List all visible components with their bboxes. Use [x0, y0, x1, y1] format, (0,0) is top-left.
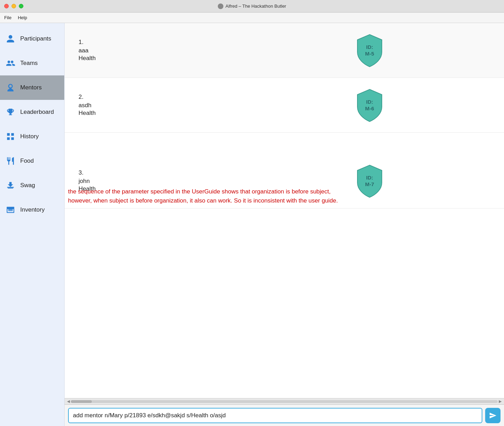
sidebar: Participants Teams Mentors [0, 23, 65, 426]
table-row: 2. asdh Health ID: M-6 [65, 78, 504, 133]
shield-text-2: ID: M-6 [365, 98, 374, 112]
mentor-specialty-1: Health [79, 55, 354, 62]
minimize-button[interactable] [12, 4, 16, 8]
command-bar [65, 404, 504, 426]
scrollbar-track [71, 400, 498, 403]
swag-icon [6, 181, 15, 190]
shield-id-label-1: ID: [366, 44, 373, 50]
sidebar-label-swag: Swag [20, 182, 35, 189]
sidebar-item-leaderboard[interactable]: Leaderboard [0, 100, 64, 124]
sidebar-item-mentors[interactable]: Mentors [0, 75, 64, 100]
sidebar-label-teams: Teams [20, 60, 38, 67]
mentor-name-1: aaa [79, 47, 354, 54]
command-input[interactable] [68, 408, 482, 423]
person-icon [6, 34, 15, 44]
shield-badge-3: ID: M-7 [354, 163, 385, 198]
sidebar-label-food: Food [20, 157, 34, 164]
mentor-info-3: 3. john Health [79, 169, 354, 192]
window-controls [4, 4, 23, 8]
table-row: 1. aaa Health ID: M-5 [65, 23, 504, 78]
sidebar-item-teams[interactable]: Teams [0, 51, 64, 75]
mentor-info-1: 1. aaa Health [79, 39, 354, 62]
scrollbar-area: ◀ ▶ [65, 398, 504, 404]
mentor-list: 1. aaa Health ID: M-5 2. [65, 23, 504, 398]
food-icon [6, 156, 15, 166]
shield-badge-1: ID: M-5 [354, 33, 385, 68]
table-row: 3. john Health ID: M-7 [65, 154, 504, 208]
maximize-button[interactable] [19, 4, 23, 8]
mentor-specialty-2: Health [79, 110, 354, 117]
app-body: Participants Teams Mentors [0, 23, 504, 426]
window-title: Alfred – The Hackathon Butler [218, 3, 286, 9]
mentor-icon [6, 83, 15, 93]
shield-id-value-1: M-5 [365, 51, 374, 57]
sidebar-label-leaderboard: Leaderboard [20, 109, 54, 116]
sidebar-label-participants: Participants [20, 35, 51, 42]
sidebar-label-mentors: Mentors [20, 84, 42, 91]
mentor-info-2: 2. asdh Health [79, 94, 354, 117]
shield-text-3: ID: M-7 [365, 174, 374, 188]
sidebar-item-food[interactable]: Food [0, 149, 64, 173]
menu-bar: File Help [0, 13, 504, 23]
sidebar-item-history[interactable]: History [0, 124, 64, 149]
send-icon [489, 412, 497, 419]
sidebar-label-inventory: Inventory [20, 206, 45, 213]
scrollbar-thumb[interactable] [71, 400, 92, 403]
menu-file[interactable]: File [4, 15, 12, 20]
close-button[interactable] [4, 4, 9, 8]
sidebar-item-inventory[interactable]: Inventory [0, 198, 64, 222]
shield-text-1: ID: M-5 [365, 44, 374, 57]
main-content: 1. aaa Health ID: M-5 2. [65, 23, 504, 426]
send-button[interactable] [485, 408, 501, 423]
shield-id-value-3: M-7 [365, 181, 374, 187]
mentor-name-3: john [79, 178, 354, 185]
shield-id-value-2: M-6 [365, 105, 374, 111]
shield-id-label-2: ID: [366, 99, 373, 105]
group-icon [6, 58, 15, 68]
inventory-icon [6, 205, 15, 215]
sidebar-item-swag[interactable]: Swag [0, 173, 64, 198]
sidebar-label-history: History [20, 133, 39, 140]
scroll-right[interactable]: ▶ [498, 399, 503, 404]
svg-rect-1 [7, 187, 14, 188]
scroll-left[interactable]: ◀ [66, 399, 71, 404]
shield-badge-2: ID: M-6 [354, 88, 385, 123]
mentor-number-2: 2. [79, 94, 354, 101]
history-icon [6, 132, 15, 141]
mentor-number-1: 1. [79, 39, 354, 46]
sidebar-item-participants[interactable]: Participants [0, 27, 64, 51]
title-bar: Alfred – The Hackathon Butler [0, 0, 504, 13]
mentor-specialty-3: Health [79, 185, 354, 192]
mentor-number-3: 3. [79, 169, 354, 176]
shield-id-label-3: ID: [366, 175, 373, 181]
mentor-name-2: asdh [79, 102, 354, 109]
menu-help[interactable]: Help [18, 15, 27, 20]
app-avatar [218, 3, 223, 9]
trophy-icon [6, 107, 15, 117]
